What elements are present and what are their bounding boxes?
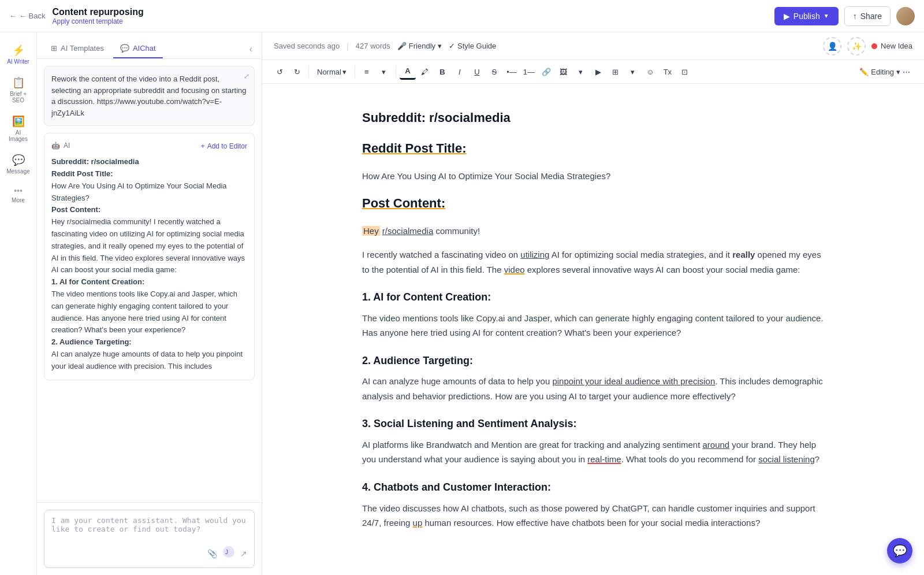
highlight-button[interactable]: 🖍 <box>417 64 433 80</box>
person-icon: 👤 <box>828 42 837 51</box>
align-chevron-button[interactable]: ▾ <box>376 64 392 80</box>
reddit-post-title-heading: Reddit Post Title: <box>362 138 824 159</box>
section1-body: The video mentions tools like Copy.ai an… <box>362 311 824 340</box>
style-guide-label: Style Guide <box>457 42 496 50</box>
prompt-box: Rework the content of the video into a R… <box>44 66 255 126</box>
red-dot-indicator <box>871 43 877 49</box>
chat-support-icon: 💬 <box>893 544 907 558</box>
format-clear-button[interactable]: Tx <box>660 64 676 80</box>
publish-icon: ▶ <box>784 12 790 21</box>
community-link[interactable]: r/socialmedia <box>382 226 433 236</box>
more-options-button[interactable]: ⊡ <box>677 64 693 80</box>
strikethrough-button[interactable]: S <box>486 64 502 80</box>
sidebar-item-brief-seo[interactable]: 📋 Brief + SEO <box>2 72 35 108</box>
ai-panel: ⊞ AI Templates 💬 AIChat ‹ Rework the con… <box>37 32 262 575</box>
section3-heading: 3. Social Listening and Sentiment Analys… <box>362 415 824 433</box>
image-chevron-button[interactable]: ▾ <box>573 64 589 80</box>
section3-body: AI platforms like Brandwatch and Mention… <box>362 437 824 467</box>
brief-seo-label: Brief + SEO <box>6 91 31 103</box>
text-color-button[interactable]: A <box>400 64 416 80</box>
message-label: Message <box>6 168 30 175</box>
back-button[interactable]: ← ← Back <box>9 12 46 20</box>
chat-input-area: 📎 J ↗ <box>37 502 262 575</box>
panel-collapse-button[interactable]: ‹ <box>247 42 255 57</box>
topbar-icon-btn-2[interactable]: ✨ <box>847 37 866 55</box>
image-button[interactable]: 🖼 <box>556 64 572 80</box>
editor-area: Saved seconds ago | 427 words 🎤 Friendly… <box>262 32 924 575</box>
back-arrow-icon: ← <box>9 12 17 20</box>
redo-button[interactable]: ↻ <box>289 64 305 80</box>
tone-label: Friendly <box>409 42 435 50</box>
sidebar-item-more[interactable]: ••• More <box>2 181 35 208</box>
play-button[interactable]: ▶ <box>590 64 606 80</box>
tab-aichat[interactable]: 💬 AIChat <box>113 39 163 58</box>
sidebar-item-ai-writer[interactable]: ⚡ AI Writer <box>2 39 35 69</box>
new-idea-button[interactable]: New Idea <box>871 42 912 50</box>
avatar[interactable] <box>896 7 915 25</box>
tone-selector[interactable]: 🎤 Friendly ▾ <box>397 42 442 50</box>
sidebar-item-ai-images[interactable]: 🖼️ AI Images <box>2 110 35 147</box>
apply-template-link[interactable]: Apply content template <box>53 17 767 25</box>
underline-button[interactable]: U <box>469 64 485 80</box>
attachment-icon[interactable]: 📎 <box>207 549 217 558</box>
italic-button[interactable]: I <box>452 64 468 80</box>
svg-text:J: J <box>225 549 228 555</box>
section2-body: AI can analyze huge amounts of data to h… <box>362 374 824 403</box>
new-idea-label: New Idea <box>881 42 912 50</box>
link-button[interactable]: 🔗 <box>538 64 554 80</box>
microphone-icon: 🎤 <box>397 42 407 50</box>
tab-ai-templates[interactable]: ⊞ AI Templates <box>44 39 111 58</box>
add-to-editor-button[interactable]: + Add to Editor <box>201 142 247 150</box>
editing-mode-button[interactable]: ✏️ Editing ▾ ⋯ <box>855 65 915 79</box>
more-dots-icon: ••• <box>14 186 23 195</box>
expand-icon[interactable]: ⤢ <box>244 71 249 81</box>
editor-toolbar: ↺ ↻ Normal ▾ ≡ ▾ A 🖍 B I U S •— 1— 🔗 🖼 ▾… <box>262 60 924 84</box>
bullet-list-button[interactable]: •— <box>504 64 520 80</box>
section1-title: 1. AI for Content Creation: <box>51 277 144 286</box>
ai-response-text: Subreddit: r/socialmedia Reddit Post Tit… <box>51 156 247 372</box>
undo-button[interactable]: ↺ <box>271 64 288 80</box>
nav-title-area: Content repurposing Apply content templa… <box>53 7 767 25</box>
editing-label: Editing <box>871 68 894 76</box>
topbar-icon-btn-1[interactable]: 👤 <box>823 37 841 55</box>
format-selector[interactable]: Normal ▾ <box>312 65 351 79</box>
ai-label: 🤖 AI <box>51 140 70 151</box>
utilizing-link: utilizing <box>520 250 549 259</box>
section2-heading: 2. Audience Targeting: <box>362 352 824 370</box>
page-title: Content repurposing <box>53 7 767 17</box>
main-layout: ⚡ AI Writer 📋 Brief + SEO 🖼️ AI Images 💬… <box>0 32 924 575</box>
table-chevron-button[interactable]: ▾ <box>625 64 641 80</box>
section4-body: The video discusses how AI chatbots, suc… <box>362 501 824 531</box>
around-link: around <box>702 440 729 450</box>
sidebar-item-message[interactable]: 💬 Message <box>2 149 35 179</box>
toolbar-sep-2 <box>355 66 355 77</box>
chat-support-button[interactable]: 💬 <box>887 538 912 563</box>
pinpoint-link: pinpoint your ideal audience with precis… <box>552 376 715 386</box>
jasper-logo-icon: J <box>222 545 236 562</box>
align-button[interactable]: ≡ <box>359 64 375 80</box>
up-link: up <box>413 518 423 528</box>
publish-label: Publish <box>793 12 820 21</box>
share-button[interactable]: ↑ Share <box>844 6 891 26</box>
post-title-heading-text: Reddit Post Title: <box>362 141 467 155</box>
word-count: 427 words <box>356 42 390 50</box>
video-link: video <box>504 265 525 274</box>
chat-input[interactable] <box>51 516 247 545</box>
intro-rest: community! <box>435 226 480 236</box>
intro-paragraph: Hey r/socialmedia community! <box>362 224 824 239</box>
save-status: Saved seconds ago <box>274 42 340 50</box>
publish-button[interactable]: ▶ Publish ▼ <box>774 7 839 25</box>
toolbar-sep-3 <box>396 66 396 77</box>
style-guide-button[interactable]: ✓ Style Guide <box>449 42 496 50</box>
sep1: | <box>346 42 349 51</box>
subreddit-label: Subreddit: r/socialmedia <box>51 157 139 166</box>
really-text: really <box>732 250 755 259</box>
send-icon[interactable]: ↗ <box>240 549 247 558</box>
table-button[interactable]: ⊞ <box>608 64 624 80</box>
ai-images-label: AI Images <box>6 129 31 142</box>
ordered-list-button[interactable]: 1— <box>521 64 537 80</box>
bold-button[interactable]: B <box>434 64 450 80</box>
emoji-button[interactable]: ☺ <box>642 64 658 80</box>
ai-templates-tab-label: AI Templates <box>61 44 104 53</box>
share-icon: ↑ <box>853 12 857 21</box>
